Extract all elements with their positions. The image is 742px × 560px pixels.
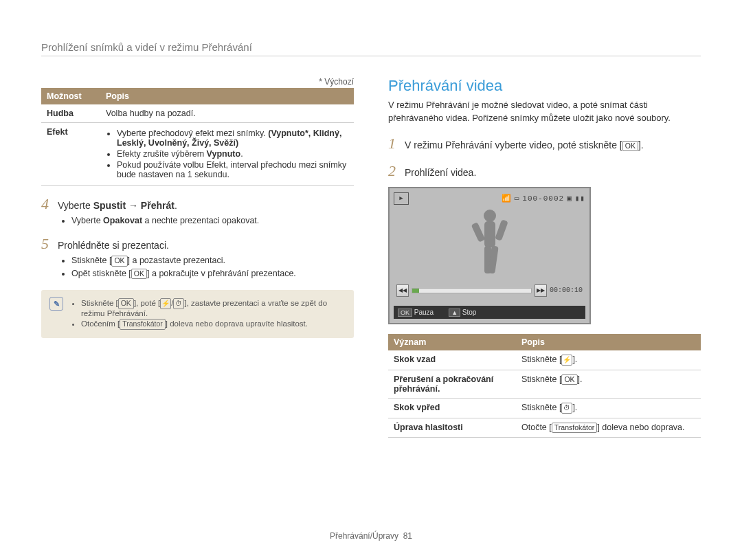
svg-rect-3 [495,219,508,241]
up-icon: ▲ [449,309,460,317]
control-name: Skok vpřed [388,398,516,418]
step-2: 2 Prohlížení videa. [388,162,701,180]
control-desc: Otočte [Transfokátor] doleva nebo doprav… [516,418,701,438]
table-row: Efekt Vyberte přechodový efekt mezi sním… [41,123,354,186]
table-row: Přerušení a pokračování přehrávání. Stis… [388,370,701,398]
table-row: Skok vzad Stiskněte [⚡]. [388,350,701,370]
options-table: Možnost Popis Hudba Volba hudby na pozad… [41,88,354,186]
ok-button-label: OK [131,269,147,280]
option-desc: Volba hudby na pozadí. [100,104,354,123]
file-counter: 100-0002 [522,194,564,203]
svg-rect-2 [471,222,485,243]
step-text: Vyberte Spustit → Přehrát. [58,200,177,211]
timer-icon: ⏱ [561,403,572,414]
options-col-description: Popis [100,88,354,104]
memory-icon: ▭ [515,194,520,203]
left-column: * Výchozí Možnost Popis Hudba Volba hudb… [41,77,354,438]
step-num: 4 [41,195,58,213]
note-icon: ✎ [49,297,63,311]
step-text: V režimu Přehrávání vyberte video, poté … [405,139,644,152]
right-column: Přehrávání videa V režimu Přehrávání je … [388,77,701,438]
control-desc: Stiskněte [⚡]. [516,350,701,370]
control-name: Přerušení a pokračování přehrávání. [388,370,516,398]
control-desc: Stiskněte [⏱]. [516,398,701,418]
ok-button-label: OK [111,256,127,267]
controls-table: Význam Popis Skok vzad Stiskněte [⚡]. Př… [388,334,701,438]
option-desc: Vyberte přechodový efekt mezi snímky. (V… [100,123,354,186]
page-title: Prohlížení snímků a videí v režimu Přehr… [41,41,701,53]
timecode: 00:00:10 [550,287,583,294]
table-row: Úprava hlasitosti Otočte [Transfokátor] … [388,418,701,438]
step-num: 2 [388,162,405,180]
skip-forward-icon: ▶▶ [535,284,547,297]
camera-lcd-screenshot: ▶ 📶 ▭ 100-0002 ▣ ▮▮ ◀◀ ▶ [388,187,591,324]
step-text: Prohlížení videa. [405,167,476,178]
flash-icon: ⚡ [561,355,572,366]
timer-icon: ⏱ [173,298,184,309]
zoom-lever-label: Transfokátor [120,319,166,330]
step-5-sub: Stiskněte [OK] a pozastavte prezentaci. … [60,256,354,279]
control-name: Úprava hlasitosti [388,418,516,438]
step-1: 1 V režimu Přehrávání vyberte video, pot… [388,135,701,153]
step-num: 1 [388,135,405,153]
screenshot-legend: OK Pauza ▲ Stop [394,306,585,319]
skip-back-icon: ◀◀ [396,284,409,297]
battery-icon: ▮▮ [575,194,585,203]
default-marker: * Výchozí [41,77,354,87]
svg-rect-1 [484,221,495,247]
step-text: Prohlédněte si prezentaci. [58,240,169,251]
two-column-layout: * Výchozí Možnost Popis Hudba Volba hudb… [41,77,701,438]
table-row: Hudba Volba hudby na pozadí. [41,104,354,123]
step-4: 4 Vyberte Spustit → Přehrát. [41,195,354,213]
play-mode-icon: ▶ [394,192,409,205]
svg-point-0 [484,210,496,222]
person-silhouette [469,208,510,283]
step-5: 5 Prohlédněte si prezentaci. [41,235,354,253]
title-rule [41,56,701,56]
ok-button-label: OK [398,309,412,317]
table-row: Skok vpřed Stiskněte [⏱]. [388,398,701,418]
ok-button-label: OK [118,298,134,309]
video-icon: ▣ [567,194,572,203]
option-name: Hudba [41,104,100,123]
flash-icon: ⚡ [160,298,171,309]
step-num: 5 [41,235,58,253]
note-box: ✎ Stiskněte [OK], poté [⚡/⏱], zastavte p… [41,290,354,338]
progress-bar [412,288,532,293]
control-name: Skok vzad [388,350,516,370]
step-4-sub: Vyberte Opakovat a nechte prezentaci opa… [60,216,354,225]
ok-button-label: OK [622,141,638,152]
options-col-option: Možnost [41,88,100,104]
control-desc: Stiskněte [OK]. [516,370,701,398]
zoom-lever-label: Transfokátor [552,423,598,434]
section-intro: V režimu Přehrávání je možné sledovat vi… [388,99,701,125]
page-footer: Přehrávání/Úpravy 81 [0,531,742,541]
signal-icon: 📶 [502,194,512,203]
section-heading: Přehrávání videa [388,77,701,95]
controls-col-meaning: Význam [388,334,516,350]
ok-button-label: OK [561,374,577,385]
option-name: Efekt [41,123,100,186]
controls-col-description: Popis [516,334,701,350]
status-icons: 📶 ▭ 100-0002 ▣ ▮▮ [502,194,585,203]
